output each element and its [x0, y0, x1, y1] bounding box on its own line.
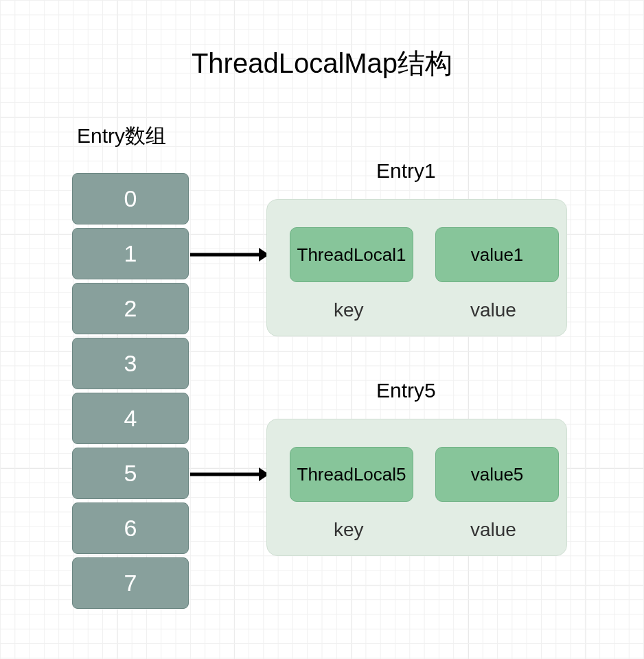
array-cell-1: 1 — [72, 228, 189, 279]
entry1-value-label: value — [470, 299, 516, 321]
entry-array: 0 1 2 3 4 5 6 7 — [72, 173, 189, 612]
entry5-title: Entry5 — [376, 379, 436, 402]
array-cell-6: 6 — [72, 502, 189, 554]
entry5-value-label: value — [470, 519, 516, 541]
entry5-key-label: key — [334, 519, 364, 541]
array-cell-0: 0 — [72, 173, 189, 224]
array-cell-5: 5 — [72, 448, 189, 499]
entry1-box: ThreadLocal1 value1 key value — [266, 199, 567, 336]
array-cell-7: 7 — [72, 557, 189, 609]
entry1-title: Entry1 — [376, 159, 436, 183]
array-cell-4: 4 — [72, 393, 189, 444]
array-cell-3: 3 — [72, 338, 189, 389]
entry5-value-box: value5 — [435, 447, 559, 502]
diagram-title: ThreadLocalMap结构 — [0, 45, 644, 82]
entry1-value-box: value1 — [435, 227, 559, 282]
entry5-box: ThreadLocal5 value5 key value — [266, 419, 567, 556]
array-label: Entry数组 — [77, 122, 166, 150]
arrow-icon — [190, 464, 269, 485]
arrow-icon — [190, 244, 269, 265]
array-cell-2: 2 — [72, 283, 189, 334]
entry1-key-box: ThreadLocal1 — [290, 227, 413, 282]
entry5-key-box: ThreadLocal5 — [290, 447, 413, 502]
entry1-key-label: key — [334, 299, 364, 321]
